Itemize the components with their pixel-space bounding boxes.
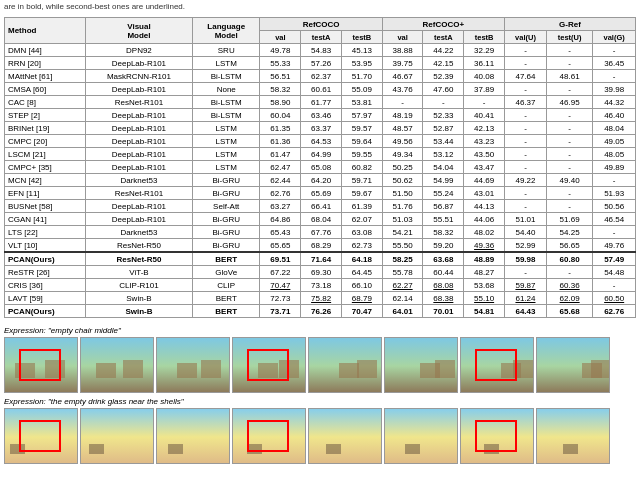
cell-10-rc_tA: 64.20 [301, 174, 342, 187]
cell-8-rc_tA: 64.99 [301, 148, 342, 161]
cell-1-rcp_val: 39.75 [382, 57, 423, 70]
cell-5-rc_tA: 63.46 [301, 109, 342, 122]
cell-2-rcp_tB: 40.08 [464, 70, 505, 83]
cell-15-rc_tA: 68.29 [301, 239, 342, 253]
cell-8-rcp_val: 49.34 [382, 148, 423, 161]
images-section: Expression: "empty chair middle" Express… [0, 322, 640, 472]
cell-20-rcp_val: 64.01 [382, 305, 423, 318]
cell-16-gr_testU: 60.80 [546, 252, 592, 266]
scene-image-0 [4, 337, 78, 393]
cell-14-rc_tB: 63.08 [341, 226, 382, 239]
scene-image-3 [232, 337, 306, 393]
cell-9-method: CMPC+ [35] [5, 161, 86, 174]
cell-17-rcp_tA: 60.44 [423, 266, 464, 279]
cell-10-rc_val: 62.44 [260, 174, 301, 187]
cell-7-rcp_tA: 53.44 [423, 135, 464, 148]
cell-7-gr_testU: - [546, 135, 592, 148]
cell-3-method: CMSA [60] [5, 83, 86, 96]
cell-4-rc_val: 58.90 [260, 96, 301, 109]
cell-18-rc_val: 70.47 [260, 279, 301, 292]
gr-valu-header: val(U) [504, 31, 546, 44]
cell-12-method: BUSNet [58] [5, 200, 86, 213]
cell-20-rcp_tA: 70.01 [423, 305, 464, 318]
cell-0-gr_valU: - [504, 44, 546, 57]
cell-18-rc_tB: 66.10 [341, 279, 382, 292]
cell-14-rcp_val: 54.21 [382, 226, 423, 239]
cell-11-gr_valG: 51.93 [593, 187, 636, 200]
cell-11-gr_valU: - [504, 187, 546, 200]
cell-3-gr_valU: - [504, 83, 546, 96]
cell-11-gr_testU: - [546, 187, 592, 200]
cell-13-gr_valG: 46.54 [593, 213, 636, 226]
cell-6-gr_testU: - [546, 122, 592, 135]
scene-image-7 [536, 408, 610, 464]
rc-testb-header: testB [341, 31, 382, 44]
cell-5-method: STEP [2] [5, 109, 86, 122]
cell-19-language: BERT [192, 292, 260, 305]
cell-18-gr_testU: 60.36 [546, 279, 592, 292]
cell-6-method: BRINet [19] [5, 122, 86, 135]
cell-4-visual: ResNet-R101 [85, 96, 192, 109]
cell-9-rcp_tB: 43.47 [464, 161, 505, 174]
cell-4-rc_tB: 53.81 [341, 96, 382, 109]
expression-1-label: Expression: "empty chair middle" [4, 326, 636, 335]
cell-20-rc_val: 73.71 [260, 305, 301, 318]
cell-6-rc_tB: 59.57 [341, 122, 382, 135]
cell-3-language: None [192, 83, 260, 96]
cell-0-rcp_tB: 32.29 [464, 44, 505, 57]
cell-8-method: LSCM [21] [5, 148, 86, 161]
cell-17-gr_testU: - [546, 266, 592, 279]
cell-6-language: LSTM [192, 122, 260, 135]
cell-19-rcp_tA: 68.38 [423, 292, 464, 305]
cell-10-rc_tB: 59.71 [341, 174, 382, 187]
cell-19-visual: Swin-B [85, 292, 192, 305]
cell-3-rc_tA: 60.61 [301, 83, 342, 96]
cell-6-gr_valG: 48.04 [593, 122, 636, 135]
scene-image-6 [460, 408, 534, 464]
cell-17-rc_val: 67.22 [260, 266, 301, 279]
cell-10-gr_testU: 49.40 [546, 174, 592, 187]
cell-2-gr_testU: 48.61 [546, 70, 592, 83]
cell-14-rc_tA: 67.76 [301, 226, 342, 239]
cell-10-rcp_val: 50.62 [382, 174, 423, 187]
cell-10-rcp_tA: 54.99 [423, 174, 464, 187]
cell-9-visual: DeepLab-R101 [85, 161, 192, 174]
cell-8-gr_testU: - [546, 148, 592, 161]
cell-7-rc_tB: 59.64 [341, 135, 382, 148]
cell-15-rcp_tB: 49.36 [464, 239, 505, 253]
cell-3-rcp_tA: 47.60 [423, 83, 464, 96]
cell-15-gr_testU: 56.65 [546, 239, 592, 253]
cell-12-rc_val: 63.27 [260, 200, 301, 213]
cell-2-method: MAttNet [61] [5, 70, 86, 83]
cell-2-rcp_tA: 52.39 [423, 70, 464, 83]
cell-7-rcp_tB: 43.23 [464, 135, 505, 148]
cell-13-language: Bi-GRU [192, 213, 260, 226]
cell-2-visual: MaskRCNN-R101 [85, 70, 192, 83]
cell-11-rcp_tB: 43.01 [464, 187, 505, 200]
cell-12-language: Self-Att [192, 200, 260, 213]
cell-10-gr_valU: 49.22 [504, 174, 546, 187]
cell-6-rc_tA: 63.37 [301, 122, 342, 135]
cell-9-rc_tA: 65.08 [301, 161, 342, 174]
main-container: are in bold, while second-best ones are … [0, 0, 640, 472]
cell-14-gr_testU: 54.25 [546, 226, 592, 239]
cell-8-rcp_tA: 53.12 [423, 148, 464, 161]
scene-image-1 [80, 408, 154, 464]
cell-18-gr_valG: - [593, 279, 636, 292]
cell-14-rcp_tA: 58.32 [423, 226, 464, 239]
cell-4-rcp_val: - [382, 96, 423, 109]
cell-13-rcp_tB: 44.06 [464, 213, 505, 226]
cell-13-rcp_tA: 55.51 [423, 213, 464, 226]
visual-model-header: VisualModel [85, 18, 192, 44]
gr-valg-header: val(G) [593, 31, 636, 44]
cell-5-rcp_tA: 52.33 [423, 109, 464, 122]
cell-3-rc_val: 58.32 [260, 83, 301, 96]
cell-15-language: Bi-GRU [192, 239, 260, 253]
cell-12-gr_valG: 50.56 [593, 200, 636, 213]
cell-18-rcp_tB: 53.68 [464, 279, 505, 292]
cell-9-rcp_val: 50.25 [382, 161, 423, 174]
refcoco-header: RefCOCO [260, 18, 382, 31]
cell-16-rcp_tA: 63.68 [423, 252, 464, 266]
cell-5-language: Bi-LSTM [192, 109, 260, 122]
cell-0-method: DMN [44] [5, 44, 86, 57]
